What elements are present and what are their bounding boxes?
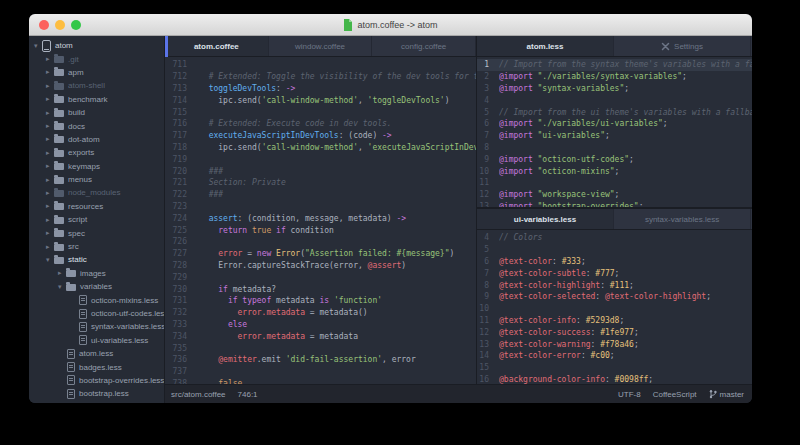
tree-item-git[interactable]: ▸.git bbox=[29, 52, 164, 65]
tab-atom-coffee[interactable]: atom.coffee bbox=[165, 36, 269, 56]
code-line-720[interactable]: 720 ### bbox=[165, 165, 476, 177]
code-line-10[interactable]: 10@import "octicon-mixins"; bbox=[477, 165, 752, 177]
code-line-4[interactable]: 4 bbox=[477, 94, 752, 106]
chevron-right-icon[interactable]: ▸ bbox=[46, 122, 54, 130]
code-line-6[interactable]: 6@text-color: #333; bbox=[477, 256, 752, 268]
tree-item-exports[interactable]: ▸exports bbox=[29, 146, 164, 159]
tree-item-octicon-utf-codes-less[interactable]: octicon-utf-codes.less bbox=[29, 307, 164, 320]
chevron-right-icon[interactable]: ▸ bbox=[46, 95, 54, 103]
tree-item-atom-shell[interactable]: ▸atom-shell bbox=[29, 79, 164, 92]
tab-ui-variables-less[interactable]: ui-variables.less bbox=[477, 209, 614, 229]
code-line-714[interactable]: 714 ipc.send('call-window-method', 'togg… bbox=[165, 94, 476, 106]
traffic-light-close[interactable] bbox=[39, 20, 49, 30]
chevron-right-icon[interactable]: ▸ bbox=[46, 162, 54, 170]
code-line-13[interactable]: 13@text-color-warning: #f78a46; bbox=[477, 338, 752, 350]
code-line-5[interactable]: 5 bbox=[477, 244, 752, 256]
code-line-735[interactable]: 735 bbox=[165, 342, 476, 354]
title-bar[interactable]: atom.coffee -> atom bbox=[29, 14, 752, 36]
chevron-right-icon[interactable]: ▸ bbox=[46, 135, 54, 143]
code-line-712[interactable]: 712 # Extended: Toggle the visibility of… bbox=[165, 71, 476, 83]
code-line-723[interactable]: 723 bbox=[165, 201, 476, 213]
tree-item-apm[interactable]: ▸apm bbox=[29, 66, 164, 79]
code-line-716[interactable]: 716 # Extended: Execute code in dev tool… bbox=[165, 118, 476, 130]
code-line-9[interactable]: 9@import "octicon-utf-codes"; bbox=[477, 153, 752, 165]
status-git-branch[interactable]: master bbox=[709, 389, 744, 399]
tab-atom-less[interactable]: atom.less bbox=[477, 36, 614, 56]
chevron-right-icon[interactable]: ▸ bbox=[46, 68, 54, 76]
tab-settings[interactable]: Settings bbox=[614, 36, 751, 56]
code-line-717[interactable]: 717 executeJavaScriptInDevTools: (code) … bbox=[165, 130, 476, 142]
traffic-light-zoom[interactable] bbox=[71, 20, 81, 30]
code-line-725[interactable]: 725 return true if condition bbox=[165, 224, 476, 236]
chevron-right-icon[interactable]: ▸ bbox=[46, 176, 54, 184]
tree-item-node-modules[interactable]: ▸node_modules bbox=[29, 186, 164, 199]
chevron-right-icon[interactable]: ▸ bbox=[58, 269, 66, 277]
code-line-8[interactable]: 8 bbox=[477, 142, 752, 154]
code-line-10[interactable]: 10 bbox=[477, 303, 752, 315]
code-line-734[interactable]: 734 error.metadata = metadata bbox=[165, 330, 476, 342]
chevron-right-icon[interactable]: ▸ bbox=[46, 82, 54, 90]
code-line-729[interactable]: 729 bbox=[165, 271, 476, 283]
code-line-3[interactable]: 3@import "syntax-variables"; bbox=[477, 83, 752, 95]
tab-window-coffee[interactable]: window.coffee bbox=[269, 36, 373, 56]
editor-pane-right-top[interactable]: atom.lessSettings 1// Import from the sy… bbox=[477, 36, 752, 207]
tree-item-octicon-mixins-less[interactable]: octicon-mixins.less bbox=[29, 293, 164, 306]
code-line-8[interactable]: 8@text-color-highlight: #111; bbox=[477, 279, 752, 291]
tab-syntax-variables-less[interactable]: syntax-variables.less bbox=[614, 209, 751, 229]
tree-item-keymaps[interactable]: ▸keymaps bbox=[29, 160, 164, 173]
code-line-728[interactable]: 728 Error.captureStackTrace(error, @asse… bbox=[165, 260, 476, 272]
code-line-736[interactable]: 736 @emitter.emit 'did-fail-assertion', … bbox=[165, 354, 476, 366]
tree-item-variables[interactable]: ▾variables bbox=[29, 280, 164, 293]
chevron-down-icon[interactable]: ▾ bbox=[34, 42, 42, 50]
code-editor-atom-coffee[interactable]: 711712 # Extended: Toggle the visibility… bbox=[165, 57, 476, 384]
chevron-down-icon[interactable]: ▾ bbox=[46, 256, 54, 264]
tree-item-bootstrap-less[interactable]: bootstrap.less bbox=[29, 387, 164, 400]
chevron-right-icon[interactable]: ▸ bbox=[46, 229, 54, 237]
code-line-11[interactable]: 11@text-color-info: #5293d8; bbox=[477, 315, 752, 327]
code-editor-atom-less[interactable]: 1// Import from the syntax theme's varia… bbox=[477, 57, 752, 207]
code-line-715[interactable]: 715 bbox=[165, 106, 476, 118]
status-cursor-position[interactable]: 746:1 bbox=[238, 390, 258, 399]
code-line-713[interactable]: 713 toggleDevTools: -> bbox=[165, 83, 476, 95]
code-line-711[interactable]: 711 bbox=[165, 59, 476, 71]
code-line-12[interactable]: 12@text-color-success: #1fe977; bbox=[477, 326, 752, 338]
editor-pane-center[interactable]: atom.coffeewindow.coffeeconfig.coffee 71… bbox=[165, 36, 477, 384]
tree-item-benchmark[interactable]: ▸benchmark bbox=[29, 93, 164, 106]
code-line-15[interactable]: 15 bbox=[477, 362, 752, 374]
status-encoding[interactable]: UTF-8 bbox=[618, 390, 641, 399]
chevron-right-icon[interactable]: ▸ bbox=[46, 243, 54, 251]
code-line-2[interactable]: 2@import "./variables/syntax-variables"; bbox=[477, 71, 752, 83]
code-line-5[interactable]: 5// Import from the ui theme's variables… bbox=[477, 106, 752, 118]
traffic-light-minimize[interactable] bbox=[55, 20, 65, 30]
code-line-7[interactable]: 7@import "ui-variables"; bbox=[477, 130, 752, 142]
tree-item-badges-less[interactable]: badges.less bbox=[29, 360, 164, 373]
chevron-right-icon[interactable]: ▸ bbox=[46, 55, 54, 63]
tree-item-src[interactable]: ▸src bbox=[29, 240, 164, 253]
code-line-726[interactable]: 726 bbox=[165, 236, 476, 248]
code-line-4[interactable]: 4// Colors bbox=[477, 232, 752, 244]
chevron-right-icon[interactable]: ▸ bbox=[46, 149, 54, 157]
code-line-733[interactable]: 733 else bbox=[165, 319, 476, 331]
tree-item-atom-less[interactable]: atom.less bbox=[29, 347, 164, 360]
tree-item-docs[interactable]: ▸docs bbox=[29, 119, 164, 132]
code-line-727[interactable]: 727 error = new Error("Assertion failed:… bbox=[165, 248, 476, 260]
code-line-9[interactable]: 9@text-color-selected: @text-color-highl… bbox=[477, 291, 752, 303]
code-line-732[interactable]: 732 error.metadata = metadata() bbox=[165, 307, 476, 319]
code-line-724[interactable]: 724 assert: (condition, message, metadat… bbox=[165, 212, 476, 224]
code-line-718[interactable]: 718 ipc.send('call-window-method', 'exec… bbox=[165, 142, 476, 154]
status-language[interactable]: CoffeeScript bbox=[653, 390, 697, 399]
tree-item-bootstrap-overrides-less[interactable]: bootstrap-overrides.less bbox=[29, 374, 164, 387]
tree-item-script[interactable]: ▸script bbox=[29, 213, 164, 226]
tab-config-coffee[interactable]: config.coffee bbox=[372, 36, 476, 56]
chevron-down-icon[interactable]: ▾ bbox=[58, 283, 66, 291]
code-line-1[interactable]: 1// Import from the syntax theme's varia… bbox=[477, 59, 752, 71]
tree-item-build[interactable]: ▸build bbox=[29, 106, 164, 119]
code-line-12[interactable]: 12@import "workspace-view"; bbox=[477, 189, 752, 201]
editor-pane-right-bottom[interactable]: ui-variables.lesssyntax-variables.less 4… bbox=[477, 209, 752, 384]
code-line-722[interactable]: 722 ### bbox=[165, 189, 476, 201]
code-line-11[interactable]: 11 bbox=[477, 177, 752, 189]
tree-item-spec[interactable]: ▸spec bbox=[29, 226, 164, 239]
tree-item-resources[interactable]: ▸resources bbox=[29, 200, 164, 213]
tree-item-syntax-variables-less[interactable]: syntax-variables.less bbox=[29, 320, 164, 333]
chevron-right-icon[interactable]: ▸ bbox=[46, 109, 54, 117]
